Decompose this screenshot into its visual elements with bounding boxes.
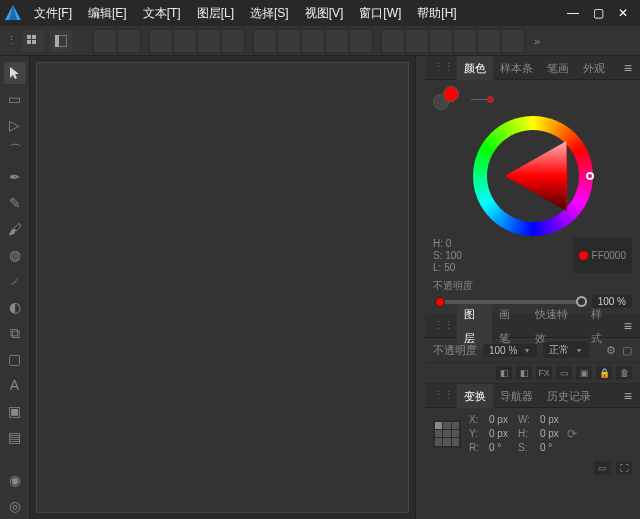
tab-swatches[interactable]: 样本条 <box>493 56 540 80</box>
opacity-slider[interactable] <box>433 300 586 304</box>
lock-button[interactable]: 🔒 <box>596 366 612 380</box>
maximize-button[interactable]: ▢ <box>593 6 604 20</box>
h-value[interactable]: 0 px <box>540 428 559 439</box>
align-btn-9[interactable] <box>302 30 324 52</box>
menu-text[interactable]: 文本[T] <box>135 0 189 26</box>
menu-view[interactable]: 视图[V] <box>297 0 352 26</box>
menu-layer[interactable]: 图层[L] <box>189 0 242 26</box>
adjustment-button[interactable]: ◧ <box>516 366 532 380</box>
shape-tool[interactable]: ▢ <box>4 348 26 370</box>
text-tool[interactable]: A <box>4 374 26 396</box>
transparency-tool[interactable]: ◐ <box>4 296 26 318</box>
color-panel-body: H: 0 S: 100 L: 50 FF0000 不透明度 100 % <box>425 80 640 314</box>
y-value[interactable]: 0 px <box>489 428 508 439</box>
fill-stroke-swatches[interactable] <box>433 86 461 112</box>
align-btn-14[interactable] <box>430 30 452 52</box>
hex-field[interactable]: FF0000 <box>573 238 632 273</box>
corner-tool[interactable]: ⌒ <box>4 140 26 162</box>
layer-opacity-field[interactable]: 100 % ▾ <box>483 344 537 357</box>
fg-bg-swatch[interactable]: ◎ <box>4 495 26 517</box>
eyedropper-picker[interactable] <box>471 99 491 100</box>
panel-drag-icon[interactable]: ⋮⋮ <box>429 61 457 74</box>
picker-dot-icon <box>487 96 494 103</box>
swap-colors-icon[interactable]: ◉ <box>4 469 26 491</box>
slider-thumb-icon[interactable] <box>576 296 587 307</box>
tab-brushes[interactable]: 笔画 <box>540 56 576 80</box>
align-btn-1[interactable] <box>94 30 116 52</box>
align-btn-12[interactable] <box>382 30 404 52</box>
gear-icon[interactable]: ⚙ <box>606 344 616 357</box>
h-label: H: <box>518 428 530 439</box>
mask-button[interactable]: ◧ <box>496 366 512 380</box>
panel-drag-icon[interactable]: ⋮⋮ <box>429 319 457 332</box>
brush-tool[interactable]: 🖌 <box>4 218 26 240</box>
fill-tool[interactable]: ◍ <box>4 244 26 266</box>
crop-tool[interactable]: ⧉ <box>4 322 26 344</box>
close-button[interactable]: ✕ <box>618 6 628 20</box>
tab-navigator[interactable]: 导航器 <box>493 384 540 408</box>
align-btn-11[interactable] <box>350 30 372 52</box>
align-pixel-button[interactable]: ▭ <box>594 461 610 475</box>
w-value[interactable]: 0 px <box>540 414 559 425</box>
sv-triangle[interactable] <box>505 141 567 211</box>
align-btn-4[interactable] <box>174 30 196 52</box>
constrain-button[interactable]: ⛶ <box>616 461 632 475</box>
align-btn-2[interactable] <box>118 30 140 52</box>
toolbar-handle-icon[interactable]: ⋮⋮ <box>6 34 16 47</box>
menu-window[interactable]: 窗口[W] <box>351 0 409 26</box>
color-wheel[interactable] <box>473 116 593 236</box>
x-value[interactable]: 0 px <box>489 414 508 425</box>
slider-start-icon[interactable] <box>435 297 445 307</box>
export-tool[interactable]: ▤ <box>4 426 26 448</box>
align-btn-5[interactable] <box>198 30 220 52</box>
align-btn-17[interactable] <box>502 30 524 52</box>
layers-panel-header: ⋮⋮ 图层 画笔 快速特效 样式 ≡ <box>425 314 640 338</box>
tab-history[interactable]: 历史记录 <box>540 384 598 408</box>
color-panel-header: ⋮⋮ 颜色 样本条 笔画 外观 ≡ <box>425 56 640 80</box>
menu-select[interactable]: 选择[S] <box>242 0 297 26</box>
s-value[interactable]: 0 ° <box>540 442 559 453</box>
tab-transform[interactable]: 变换 <box>457 384 493 408</box>
align-btn-6[interactable] <box>222 30 244 52</box>
move-tool[interactable] <box>4 62 26 84</box>
delete-layer-button[interactable]: 🗑 <box>616 366 632 380</box>
align-btn-8[interactable] <box>278 30 300 52</box>
tab-color[interactable]: 颜色 <box>457 56 493 80</box>
r-label: R: <box>469 442 479 453</box>
fx-button[interactable]: FX <box>536 366 552 380</box>
lock-icon[interactable]: ▢ <box>622 344 632 357</box>
hue-indicator-icon[interactable] <box>586 172 594 180</box>
menu-help[interactable]: 帮助[H] <box>409 0 464 26</box>
anchor-picker[interactable] <box>433 420 461 448</box>
align-btn-13[interactable] <box>406 30 428 52</box>
panel-menu-icon[interactable]: ≡ <box>620 388 636 404</box>
align-btn-10[interactable] <box>326 30 348 52</box>
menu-file[interactable]: 文件[F] <box>26 0 80 26</box>
group-button[interactable]: ▭ <box>556 366 572 380</box>
panel-menu-icon[interactable]: ≡ <box>620 318 636 334</box>
visibility-button[interactable]: ▣ <box>576 366 592 380</box>
toolbar-overflow-icon[interactable]: » <box>532 35 542 47</box>
align-btn-3[interactable] <box>150 30 172 52</box>
document-canvas[interactable] <box>36 62 409 513</box>
minimize-button[interactable]: — <box>567 6 579 20</box>
tab-appearance[interactable]: 外观 <box>576 56 612 80</box>
eyedropper-tool[interactable]: ⟋ <box>4 270 26 292</box>
panel-menu-icon[interactable]: ≡ <box>620 60 636 76</box>
align-btn-7[interactable] <box>254 30 276 52</box>
pencil-tool[interactable]: ✎ <box>4 192 26 214</box>
panel-drag-icon[interactable]: ⋮⋮ <box>429 389 457 402</box>
menu-edit[interactable]: 编辑[E] <box>80 0 135 26</box>
artboard-tool[interactable]: ▭ <box>4 88 26 110</box>
panel-toggle-button[interactable] <box>50 30 72 52</box>
pen-tool[interactable]: ✒ <box>4 166 26 188</box>
link-wh-icon[interactable]: ⟳ <box>567 427 577 441</box>
r-value[interactable]: 0 ° <box>489 442 508 453</box>
align-btn-16[interactable] <box>478 30 500 52</box>
node-tool[interactable]: ▷ <box>4 114 26 136</box>
grid-view-button[interactable] <box>22 30 44 52</box>
fill-swatch[interactable] <box>443 86 459 102</box>
blend-mode-select[interactable]: 正常 ▾ <box>543 342 589 358</box>
place-tool[interactable]: ▣ <box>4 400 26 422</box>
align-btn-15[interactable] <box>454 30 476 52</box>
